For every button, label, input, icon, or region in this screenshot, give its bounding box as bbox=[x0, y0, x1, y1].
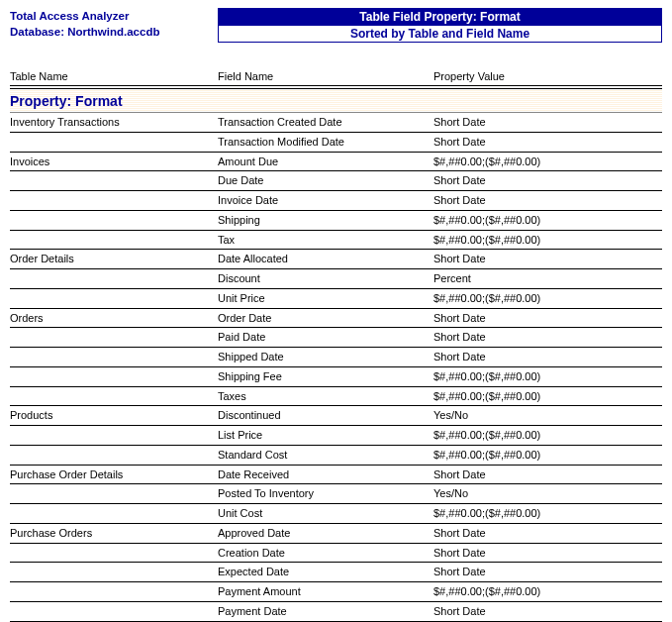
cell-field-name: Date Allocated bbox=[218, 253, 433, 266]
cell-table-name: Products bbox=[10, 409, 218, 423]
cell-property-value: Short Date bbox=[433, 312, 662, 326]
cell-table-name: Invoices bbox=[10, 156, 218, 169]
cell-field-name: Shipping Fee bbox=[218, 370, 433, 384]
database-label: Database: Northwind.accdb bbox=[10, 24, 218, 40]
cell-field-name: Order Date bbox=[218, 312, 433, 326]
table-row: Creation DateShort Date bbox=[10, 544, 662, 564]
cell-field-name: Amount Due bbox=[218, 156, 433, 169]
table-row: Transaction Modified DateShort Date bbox=[10, 133, 662, 153]
cell-field-name: Discontinued bbox=[218, 409, 433, 423]
cell-field-name: Transaction Modified Date bbox=[218, 136, 433, 150]
table-row: Payment Amount$#,##0.00;($#,##0.00) bbox=[10, 582, 662, 602]
cell-table-name bbox=[10, 234, 218, 248]
cell-property-value: Percent bbox=[433, 272, 662, 286]
header-box: Table Field Property: Format Sorted by T… bbox=[218, 8, 662, 43]
cell-property-value: Short Date bbox=[433, 331, 662, 345]
cell-field-name: Expected Date bbox=[218, 566, 433, 579]
table-row: Shipping$#,##0.00;($#,##0.00) bbox=[10, 211, 662, 231]
cell-property-value: Short Date bbox=[433, 253, 662, 266]
col-header-table: Table Name bbox=[10, 70, 218, 82]
cell-table-name bbox=[10, 487, 218, 501]
app-title: Total Access Analyzer bbox=[10, 8, 218, 24]
header-left: Total Access Analyzer Database: Northwin… bbox=[10, 8, 218, 40]
table-row: Posted To InventoryYes/No bbox=[10, 484, 662, 504]
cell-field-name: List Price bbox=[218, 429, 433, 443]
table-row: Taxes$#,##0.00;($#,##0.00) bbox=[10, 387, 662, 407]
cell-property-value: $#,##0.00;($#,##0.00) bbox=[433, 234, 662, 248]
cell-field-name: Tax bbox=[218, 234, 433, 248]
column-headers: Table Name Field Name Property Value bbox=[10, 70, 662, 84]
cell-table-name bbox=[10, 449, 218, 463]
data-rows: Inventory TransactionsTransaction Create… bbox=[10, 113, 662, 622]
table-row: Tax$#,##0.00;($#,##0.00) bbox=[10, 231, 662, 251]
cell-field-name: Discount bbox=[218, 272, 433, 286]
table-row: Order DetailsDate AllocatedShort Date bbox=[10, 250, 662, 269]
table-row: InvoicesAmount Due$#,##0.00;($#,##0.00) bbox=[10, 153, 662, 172]
cell-field-name: Shipping bbox=[218, 214, 433, 228]
cell-property-value: Short Date bbox=[433, 527, 662, 541]
table-row: Invoice DateShort Date bbox=[10, 191, 662, 211]
cell-table-name bbox=[10, 507, 218, 521]
cell-table-name bbox=[10, 605, 218, 619]
cell-table-name bbox=[10, 390, 218, 404]
cell-table-name bbox=[10, 429, 218, 443]
cell-property-value: $#,##0.00;($#,##0.00) bbox=[433, 507, 662, 521]
table-row: ProductsDiscontinuedYes/No bbox=[10, 406, 662, 426]
col-header-value: Property Value bbox=[433, 70, 662, 82]
cell-property-value: $#,##0.00;($#,##0.00) bbox=[433, 292, 662, 306]
cell-field-name: Payment Amount bbox=[218, 585, 433, 599]
cell-property-value: $#,##0.00;($#,##0.00) bbox=[433, 390, 662, 404]
cell-field-name: Date Received bbox=[218, 468, 433, 482]
property-group-header: Property: Format bbox=[10, 89, 662, 113]
table-row: DiscountPercent bbox=[10, 269, 662, 289]
cell-property-value: Short Date bbox=[433, 605, 662, 619]
cell-property-value: Short Date bbox=[433, 136, 662, 150]
cell-field-name: Payment Date bbox=[218, 605, 433, 619]
cell-field-name: Invoice Date bbox=[218, 194, 433, 208]
cell-property-value: Short Date bbox=[433, 194, 662, 208]
cell-field-name: Due Date bbox=[218, 174, 433, 188]
report-subtitle: Sorted by Table and Field Name bbox=[218, 26, 662, 43]
cell-table-name bbox=[10, 214, 218, 228]
table-row: Payment DateShort Date bbox=[10, 602, 662, 622]
cell-field-name: Shipped Date bbox=[218, 351, 433, 364]
table-row: List Price$#,##0.00;($#,##0.00) bbox=[10, 426, 662, 446]
table-row: Purchase OrdersApproved DateShort Date bbox=[10, 524, 662, 544]
cell-field-name: Paid Date bbox=[218, 331, 433, 345]
cell-table-name bbox=[10, 566, 218, 579]
table-row: Inventory TransactionsTransaction Create… bbox=[10, 113, 662, 133]
cell-property-value: $#,##0.00;($#,##0.00) bbox=[433, 449, 662, 463]
table-row: Shipping Fee$#,##0.00;($#,##0.00) bbox=[10, 367, 662, 387]
cell-field-name: Creation Date bbox=[218, 547, 433, 561]
cell-property-value: Short Date bbox=[433, 351, 662, 364]
table-row: Expected DateShort Date bbox=[10, 563, 662, 582]
cell-field-name: Taxes bbox=[218, 390, 433, 404]
cell-table-name bbox=[10, 547, 218, 561]
cell-table-name bbox=[10, 331, 218, 345]
cell-property-value: Short Date bbox=[433, 468, 662, 482]
cell-field-name: Approved Date bbox=[218, 527, 433, 541]
table-row: Unit Price$#,##0.00;($#,##0.00) bbox=[10, 289, 662, 309]
table-row: Paid DateShort Date bbox=[10, 328, 662, 348]
report-header: Total Access Analyzer Database: Northwin… bbox=[10, 8, 662, 43]
cell-table-name bbox=[10, 136, 218, 150]
cell-property-value: Short Date bbox=[433, 174, 662, 188]
cell-table-name bbox=[10, 292, 218, 306]
cell-property-value: Yes/No bbox=[433, 409, 662, 423]
cell-field-name: Unit Cost bbox=[218, 507, 433, 521]
cell-property-value: $#,##0.00;($#,##0.00) bbox=[433, 214, 662, 228]
cell-field-name: Posted To Inventory bbox=[218, 487, 433, 501]
table-row: Unit Cost$#,##0.00;($#,##0.00) bbox=[10, 504, 662, 524]
cell-table-name bbox=[10, 174, 218, 188]
col-header-field: Field Name bbox=[218, 70, 433, 82]
table-row: Shipped DateShort Date bbox=[10, 348, 662, 367]
cell-table-name: Order Details bbox=[10, 253, 218, 266]
cell-field-name: Transaction Created Date bbox=[218, 116, 433, 130]
cell-field-name: Standard Cost bbox=[218, 449, 433, 463]
cell-property-value: Yes/No bbox=[433, 487, 662, 501]
cell-table-name bbox=[10, 351, 218, 364]
cell-table-name bbox=[10, 370, 218, 384]
cell-property-value: Short Date bbox=[433, 116, 662, 130]
table-row: Purchase Order DetailsDate ReceivedShort… bbox=[10, 466, 662, 485]
cell-property-value: $#,##0.00;($#,##0.00) bbox=[433, 429, 662, 443]
